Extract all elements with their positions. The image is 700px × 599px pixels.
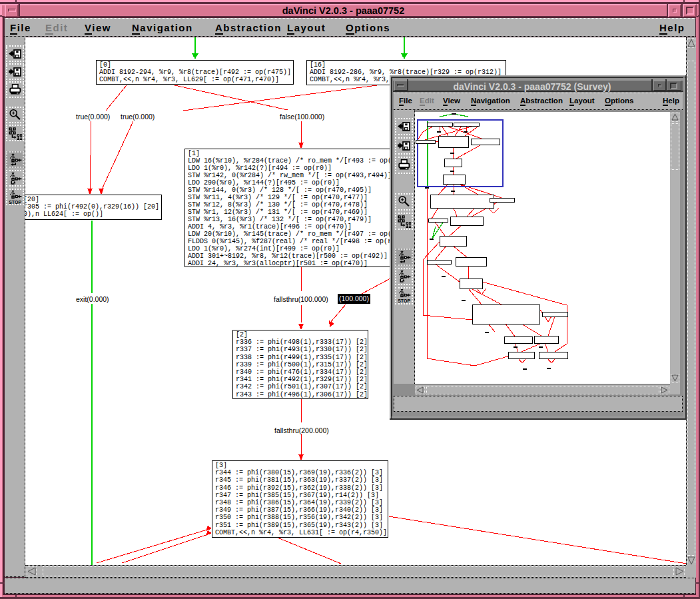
svg-text:STOP: STOP: [398, 299, 410, 302]
svg-text:STOP: STOP: [9, 199, 21, 203]
